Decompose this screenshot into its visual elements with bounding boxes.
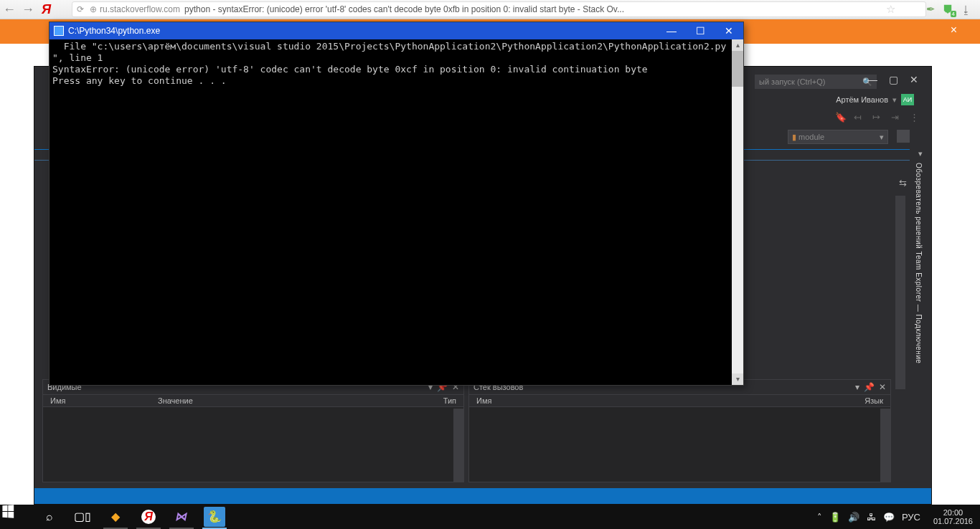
- start-button[interactable]: [0, 505, 33, 529]
- console-output[interactable]: File "c:\users\артём\documents\visual st…: [50, 39, 732, 385]
- scrollbar-down-icon[interactable]: ▾: [732, 373, 743, 385]
- vs-close-button[interactable]: ✕: [904, 72, 924, 87]
- globe-icon: ⊕: [90, 4, 97, 14]
- locals-columns: Имя Значение Тип: [43, 394, 463, 407]
- pane-pin-icon[interactable]: 📌: [864, 382, 875, 392]
- console-app-icon: [54, 26, 64, 36]
- search-button[interactable]: ⌕: [33, 505, 66, 529]
- system-tray: ˄ 🔋 🔊 🖧 💬 РУС 20:00 01.07.2016: [817, 508, 980, 525]
- locals-pane: Видимые ▾ 📌 ✕ Имя Значение Тип: [42, 379, 464, 482]
- locals-col-type[interactable]: Тип: [413, 395, 463, 406]
- console-minimize-button[interactable]: —: [657, 22, 686, 39]
- vs-maximize-button[interactable]: ▢: [883, 72, 903, 87]
- visual-studio-taskbar-icon[interactable]: ⋈: [165, 505, 198, 529]
- bookmark-toolbar-icon[interactable]: 🔖: [835, 112, 848, 125]
- python-console-taskbar-icon[interactable]: 🐍: [198, 505, 231, 529]
- task-view-button[interactable]: ▢▯: [66, 505, 99, 529]
- callstack-columns: Имя Язык: [469, 394, 890, 407]
- taskbar-clock[interactable]: 20:00 01.07.2016: [928, 508, 979, 525]
- nav-prev-icon[interactable]: ↤: [854, 112, 867, 125]
- vs-status-bar: [34, 488, 931, 504]
- pane-close-icon[interactable]: ✕: [879, 382, 886, 392]
- locals-col-name[interactable]: Имя: [43, 395, 151, 406]
- console-close-button[interactable]: ✕: [715, 22, 743, 39]
- downloads-icon[interactable]: ⭳: [961, 4, 971, 16]
- scrollbar-thumb[interactable]: [732, 51, 743, 87]
- solution-explorer-sidebar-tab[interactable]: Обозреватель решений Team Explorer — Под…: [913, 160, 923, 439]
- url-domain: ru.stackoverflow.com: [100, 4, 180, 14]
- extension-area: ✒ ⛊4 ⭳: [926, 3, 971, 16]
- vs-editor-toolbar: 🔖 ↤ ↦ ⇥ ⋮: [835, 110, 923, 127]
- clock-date: 01.07.2016: [933, 517, 973, 525]
- quick-launch-placeholder: ый запуск (Ctrl+Q): [759, 77, 825, 86]
- vs-window-controls: — ▢ ✕: [862, 68, 924, 91]
- clock-time: 20:00: [933, 508, 973, 517]
- tray-expand-icon[interactable]: ˄: [817, 512, 822, 523]
- callstack-col-lang[interactable]: Язык: [840, 395, 890, 406]
- editor-scrollbar[interactable]: [895, 196, 905, 389]
- vs-user-account[interactable]: Артём Иванов ▾ АИ: [836, 94, 914, 105]
- callstack-scrollbar[interactable]: [880, 409, 890, 482]
- battery-icon[interactable]: 🔋: [829, 512, 841, 523]
- console-titlebar[interactable]: C:\Python34\python.exe — ☐ ✕: [50, 22, 743, 39]
- quick-launch-input[interactable]: ый запуск (Ctrl+Q) 🔍: [755, 75, 877, 89]
- bookmark-star-icon[interactable]: ☆: [886, 3, 895, 16]
- reload-icon[interactable]: ⟳: [77, 4, 84, 14]
- locals-scrollbar[interactable]: [453, 409, 463, 482]
- browser-top-bar: ← → Я ⟳ ⊕ ru.stackoverflow.com python - …: [0, 0, 980, 19]
- nav-next-icon[interactable]: ↦: [872, 112, 885, 125]
- toolbar-more-icon[interactable]: ⋮: [910, 112, 923, 125]
- windows-logo-icon: [2, 503, 35, 519]
- forward-button[interactable]: →: [19, 0, 37, 19]
- console-title-text: C:\Python34\python.exe: [68, 26, 657, 36]
- module-selector-text: module: [798, 133, 824, 141]
- vs-user-initials-badge: АИ: [901, 94, 914, 105]
- back-button[interactable]: ←: [0, 0, 19, 19]
- split-handle-icon[interactable]: ⇆: [899, 178, 909, 191]
- console-scrollbar[interactable]: ▴ ▾: [732, 39, 743, 385]
- callstack-pane: Стек вызовов ▾ 📌 ✕ Имя Язык: [468, 379, 891, 482]
- indent-icon[interactable]: ⇥: [891, 112, 904, 125]
- adguard-badge: 4: [951, 11, 956, 17]
- module-go-button[interactable]: [897, 130, 910, 143]
- yandex-browser-taskbar-icon[interactable]: Я: [132, 505, 165, 529]
- chevron-down-icon: ▾: [880, 133, 884, 142]
- callstack-body: [469, 409, 880, 482]
- locals-col-value[interactable]: Значение: [151, 395, 413, 406]
- editor-dropdown-arrow-icon[interactable]: ▾: [918, 149, 923, 158]
- console-maximize-button[interactable]: ☐: [686, 22, 715, 39]
- network-icon[interactable]: 🖧: [867, 512, 876, 523]
- vs-minimize-button[interactable]: —: [862, 72, 882, 87]
- pane-dropdown-icon[interactable]: ▾: [855, 382, 859, 392]
- callstack-col-name[interactable]: Имя: [469, 395, 840, 406]
- module-selector-dropdown[interactable]: ▮ module ▾: [788, 130, 888, 144]
- feather-extension-icon[interactable]: ✒: [926, 3, 936, 16]
- page-title: python - syntaxError: (unicode) error 'u…: [184, 4, 624, 14]
- address-bar[interactable]: ⟳ ⊕ ru.stackoverflow.com python - syntax…: [72, 1, 926, 17]
- locals-body: [43, 409, 453, 482]
- aimp-taskbar-icon[interactable]: ◆: [99, 505, 132, 529]
- yandex-logo[interactable]: Я: [42, 2, 57, 17]
- adguard-shield-icon[interactable]: ⛊4: [943, 4, 953, 16]
- volume-icon[interactable]: 🔊: [848, 512, 859, 523]
- banner-close-button[interactable]: ×: [951, 24, 957, 37]
- keyboard-lang-indicator[interactable]: РУС: [902, 512, 920, 523]
- action-center-icon[interactable]: 💬: [883, 512, 895, 523]
- scrollbar-up-icon[interactable]: ▴: [732, 39, 743, 51]
- vs-user-name: Артём Иванов: [836, 95, 888, 104]
- python-console-window: C:\Python34\python.exe — ☐ ✕ File "c:\us…: [49, 22, 744, 386]
- windows-taskbar: ⌕ ▢▯ ◆ Я ⋈ 🐍 ˄ 🔋 🔊 🖧 💬 РУС 20:00 01.07.2…: [0, 505, 980, 529]
